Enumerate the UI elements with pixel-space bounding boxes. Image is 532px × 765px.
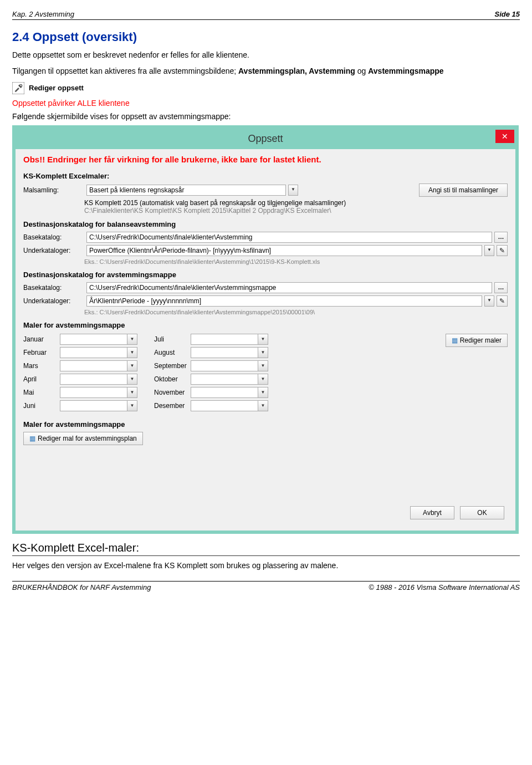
intro-3: Følgende skjermibilde vises for oppsett … — [12, 112, 520, 121]
oppsett-dialog: Oppsett ✕ Obs!! Endringer her får virkni… — [12, 125, 519, 534]
edit-icon[interactable]: ✎ — [497, 295, 508, 307]
dropdown-icon[interactable]: ▼ — [258, 401, 268, 411]
document-icon: ▦ — [29, 435, 35, 442]
ok-button[interactable]: OK — [460, 506, 504, 519]
month-label: Januar — [23, 335, 60, 343]
header-left: Kap. 2 Avstemming — [12, 10, 74, 18]
month-select[interactable]: ▼ — [60, 387, 137, 398]
month-select[interactable]: ▼ — [60, 360, 137, 371]
month-select[interactable]: ▼ — [191, 360, 268, 371]
dropdown-icon[interactable]: ▼ — [258, 348, 268, 358]
dialog-title: Oppsett — [248, 133, 283, 144]
basekatalog-label: Basekatalog: — [23, 284, 84, 292]
dropdown-icon[interactable]: ▼ — [127, 401, 137, 411]
month-row: Mars▼ — [23, 360, 137, 371]
avbryt-button[interactable]: Avbryt — [410, 506, 454, 519]
dropdown-icon[interactable]: ▼ — [258, 361, 268, 371]
red-warning: Oppsettet påvirker ALLE klientene — [12, 99, 520, 108]
month-row: Januar▼ — [23, 334, 137, 345]
malsamling-label: Malsamling: — [23, 186, 84, 194]
month-label: Juni — [23, 402, 60, 410]
ks-heading: KS-Komplett Excelmaler: — [23, 172, 508, 180]
intro-2: Tilgangen til oppsettet kan aktiveres fr… — [12, 66, 520, 76]
maler2-heading: Maler for avstemmingsmappe — [23, 420, 508, 429]
avm-heading: Destinasjonskatalog for avstemmingsmappe — [23, 271, 508, 279]
month-label: Februar — [23, 349, 60, 356]
month-label: November — [154, 389, 191, 396]
avm-eks: Eks.: C:\Users\Fredrik\Documents\finale\… — [84, 309, 508, 315]
month-select[interactable]: ▼ — [191, 347, 268, 358]
malsamling-select[interactable]: Basert på klientens regnskapsår — [86, 185, 286, 196]
header-right: Side 15 — [494, 10, 520, 18]
dropdown-icon[interactable]: ▼ — [127, 348, 137, 358]
month-row: Mai▼ — [23, 387, 137, 398]
page-header: Kap. 2 Avstemming Side 15 — [12, 10, 520, 20]
month-label: Juli — [154, 335, 191, 343]
underkat-select[interactable]: PowerOffice (Klientnr\År\Periode-filnavn… — [86, 245, 482, 256]
underkat-label: Underkataloger: — [23, 247, 84, 254]
month-select[interactable]: ▼ — [60, 374, 137, 385]
dropdown-icon[interactable]: ▼ — [288, 185, 298, 196]
bal-eks: Eks.: C:\Users\Fredrik\Documents\finale\… — [84, 258, 508, 265]
balans-heading: Destinasjonskatalog for balanseavstemmin… — [23, 220, 508, 228]
angi-sti-button[interactable]: Angi sti til malsamlinger — [419, 183, 508, 197]
month-row: November▼ — [154, 387, 268, 398]
month-row: Oktober▼ — [154, 374, 268, 385]
underkat-label: Underkataloger: — [23, 297, 84, 305]
close-button[interactable]: ✕ — [495, 130, 514, 143]
rediger-mal-avstemmingsplan-button[interactable]: ▦ Rediger mal for avstemmingsplan — [23, 432, 143, 445]
ks-section-heading: KS-Komplett Excel-maler: — [12, 542, 520, 556]
basekatalog-label: Basekatalog: — [23, 233, 84, 241]
underkat-select[interactable]: År\Klientnr\Periode - [yyyy\nnnnn\mm] — [86, 295, 482, 307]
dropdown-icon[interactable]: ▼ — [258, 387, 268, 397]
month-select[interactable]: ▼ — [60, 400, 137, 411]
tools-icon-row: Rediger oppsett — [12, 82, 520, 94]
dropdown-icon[interactable]: ▼ — [484, 295, 494, 307]
dropdown-icon[interactable]: ▼ — [258, 334, 268, 344]
ks-section-text: Her velges den versjon av Excel-malene f… — [12, 560, 520, 571]
dialog-titlebar: Oppsett ✕ — [16, 129, 515, 149]
edit-icon[interactable]: ✎ — [497, 245, 508, 256]
tools-icon — [12, 82, 24, 94]
dropdown-icon[interactable]: ▼ — [127, 361, 137, 371]
month-select[interactable]: ▼ — [60, 334, 137, 345]
browse-button[interactable]: … — [494, 232, 508, 243]
month-select[interactable]: ▼ — [191, 387, 268, 398]
document-icon: ▦ — [452, 336, 458, 344]
rediger-maler-button[interactable]: ▦ Rediger maler — [446, 334, 508, 347]
month-label: Oktober — [154, 375, 191, 383]
page-footer: BRUKERHÅNDBOK for NARF Avstemming © 1988… — [12, 581, 520, 591]
month-select[interactable]: ▼ — [191, 400, 268, 411]
dropdown-icon[interactable]: ▼ — [484, 245, 494, 256]
month-row: Februar▼ — [23, 347, 137, 358]
month-label: Mars — [23, 362, 60, 370]
obs-warning: Obs!! Endringer her får virkning for all… — [23, 155, 508, 164]
month-label: Desember — [154, 402, 191, 410]
month-row: September▼ — [154, 360, 268, 371]
month-row: August▼ — [154, 347, 268, 358]
dropdown-icon[interactable]: ▼ — [127, 374, 137, 384]
month-label: Mai — [23, 389, 60, 396]
month-select[interactable]: ▼ — [60, 347, 137, 358]
month-select[interactable]: ▼ — [191, 374, 268, 385]
month-row: Juni▼ — [23, 400, 137, 411]
browse-button[interactable]: … — [494, 282, 508, 293]
month-label: April — [23, 375, 60, 383]
month-label: September — [154, 362, 191, 370]
dropdown-icon[interactable]: ▼ — [258, 374, 268, 384]
month-row: Juli▼ — [154, 334, 268, 345]
month-select[interactable]: ▼ — [191, 334, 268, 345]
dropdown-icon[interactable]: ▼ — [127, 387, 137, 397]
dropdown-icon[interactable]: ▼ — [127, 334, 137, 344]
ks-line2: KS Komplett 2015 (automatisk valg basert… — [84, 199, 508, 207]
month-label: August — [154, 349, 191, 356]
month-row: April▼ — [23, 374, 137, 385]
basekatalog-input[interactable]: C:\Users\Fredrik\Documents\finale\klient… — [86, 282, 492, 293]
footer-right: © 1988 - 2016 Visma Software Internation… — [369, 583, 520, 591]
basekatalog-input[interactable]: C:\Users\Fredrik\Documents\finale\klient… — [86, 232, 492, 243]
month-row: Desember▼ — [154, 400, 268, 411]
section-title: 2.4 Oppsett (oversikt) — [12, 30, 520, 44]
ks-line3: C:\Finaleklienter\KS Komplett\KS Komplet… — [84, 207, 508, 215]
intro-1: Dette oppsettet som er beskrevet nedenfo… — [12, 50, 520, 60]
tools-icon-label: Rediger oppsett — [29, 84, 84, 92]
